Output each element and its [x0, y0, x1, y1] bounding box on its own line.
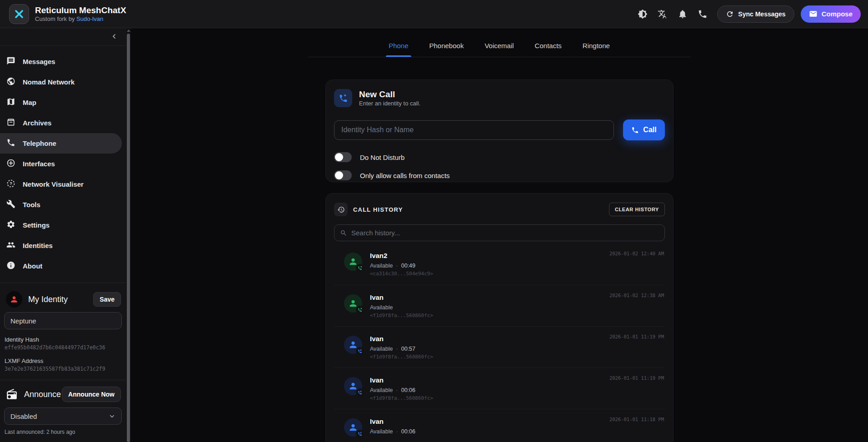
- call-history-row[interactable]: Ivan Available · <f1d9f8fa...560860fc> 2…: [334, 285, 665, 326]
- call-timestamp: 2026-01-02 12:40 AM: [609, 251, 664, 256]
- network-visualiser-icon: ?: [6, 179, 15, 188]
- sidebar-item-identities[interactable]: Identities: [0, 235, 122, 256]
- save-button[interactable]: Save: [93, 292, 121, 307]
- avatar: [344, 253, 362, 271]
- sidebar-scrollbar[interactable]: [126, 28, 131, 442]
- page-title: Reticulum MeshChatX: [35, 5, 126, 16]
- gear-icon: [6, 220, 15, 229]
- call-history-row[interactable]: Ivan Available · 00:06 2026-01-01 11:18 …: [334, 409, 665, 442]
- sidebar-item-archives[interactable]: Archives: [0, 113, 122, 133]
- sidebar-item-tools[interactable]: Tools: [0, 194, 122, 215]
- phone-icon: [631, 126, 639, 134]
- avatar: [344, 336, 362, 354]
- call-history-title: CALL HISTORY: [353, 206, 403, 213]
- sidebar-scrollbar-thumb[interactable]: [127, 34, 130, 442]
- new-call-subtitle: Enter an identity to call.: [359, 100, 420, 107]
- call-history-row[interactable]: Ivan2 Available · 00:49 <ca314c30...504e…: [334, 243, 665, 285]
- last-announced-text: Last announced: 2 hours ago: [4, 429, 122, 435]
- page-subtitle: Custom fork by Sudo-Ivan: [35, 15, 126, 22]
- chat-icon: [6, 56, 15, 65]
- globe-icon: [6, 77, 15, 86]
- call-button[interactable]: Call: [623, 119, 665, 140]
- sidebar-collapse-button[interactable]: [110, 33, 118, 40]
- phone-plus-icon: [339, 94, 348, 103]
- avatar: [344, 294, 362, 313]
- outgoing-call-icon: [356, 264, 364, 272]
- sidebar-item-network-visualiser[interactable]: ? Network Visualiser: [0, 174, 122, 194]
- toggle-only-allow-calls-from-contacts[interactable]: [334, 170, 352, 180]
- tab-contacts[interactable]: Contacts: [535, 42, 562, 57]
- call-duration: 00:57: [401, 346, 415, 352]
- identity-hash-input[interactable]: [334, 120, 614, 140]
- history-search: [334, 224, 665, 241]
- notifications-icon[interactable]: [673, 4, 693, 24]
- call-timestamp: 2026-01-01 11:19 PM: [609, 334, 664, 339]
- phone-header-icon[interactable]: [693, 4, 713, 24]
- incoming-call-icon: [356, 430, 364, 438]
- avatar: [6, 291, 22, 308]
- sudo-ivan-link[interactable]: Sudo-Ivan: [76, 15, 103, 22]
- call-duration: 00:49: [401, 263, 415, 269]
- main-content: Phone Phonebook Voicemail Contacts Ringt…: [131, 28, 868, 442]
- call-history-row[interactable]: Ivan Available · 00:06 <f1d9f8fa...56086…: [334, 368, 665, 409]
- sidebar-item-interfaces[interactable]: Interfaces: [0, 154, 122, 174]
- person-icon: [10, 295, 19, 304]
- call-timestamp: 2026-01-01 11:18 PM: [609, 417, 664, 422]
- search-icon: [340, 229, 347, 237]
- toggle-do-not-disturb[interactable]: [334, 152, 352, 162]
- my-identity-section: My Identity Save Identity Hash effe95b04…: [0, 283, 126, 372]
- people-icon: [6, 240, 15, 249]
- tab-phone[interactable]: Phone: [389, 42, 408, 57]
- my-identity-title: My Identity: [28, 295, 68, 304]
- call-duration: 00:06: [401, 387, 415, 393]
- scroll-up-arrow-icon[interactable]: [127, 30, 130, 32]
- sidebar-item-telephone[interactable]: Telephone: [0, 133, 122, 154]
- call-history-row[interactable]: Ivan Available · 00:57 <f1d9f8fa...56086…: [334, 326, 665, 368]
- outgoing-call-icon: [356, 306, 364, 314]
- radio-icon: [6, 388, 18, 400]
- sidebar-item-messages[interactable]: Messages: [0, 51, 122, 72]
- sidebar-item-about[interactable]: About: [0, 256, 122, 276]
- clear-history-button[interactable]: CLEAR HISTORY: [609, 203, 665, 216]
- refresh-icon: [726, 10, 734, 18]
- call-timestamp: 2026-01-01 11:19 PM: [609, 375, 664, 381]
- chevron-down-icon: [109, 413, 115, 420]
- tab-voicemail[interactable]: Voicemail: [484, 42, 514, 57]
- wrench-icon: [6, 199, 15, 209]
- sidebar-item-nomad-network[interactable]: Nomad Network: [0, 72, 122, 92]
- caller-status: Available: [370, 263, 393, 269]
- announce-interval-select[interactable]: Disabled: [4, 407, 122, 425]
- sidebar-item-settings[interactable]: Settings: [0, 215, 122, 235]
- history-search-input[interactable]: [351, 229, 659, 237]
- incoming-call-icon: [356, 347, 364, 355]
- theme-icon[interactable]: [633, 4, 653, 24]
- caller-hash: <f1d9f8fa...560860fc>: [370, 395, 664, 401]
- envelope-icon: [809, 10, 818, 18]
- translate-icon[interactable]: [653, 4, 673, 24]
- svg-text:?: ?: [10, 181, 12, 186]
- call-duration: 00:06: [401, 428, 415, 435]
- call-timestamp: 2026-01-02 12:38 AM: [609, 293, 664, 298]
- tab-ringtone[interactable]: Ringtone: [583, 42, 610, 57]
- sidebar: Messages Nomad Network Map Archives Tele…: [0, 28, 126, 442]
- history-icon: [334, 203, 348, 216]
- call-history-list: Ivan2 Available · 00:49 <ca314c30...504e…: [334, 243, 665, 442]
- avatar: [344, 377, 362, 395]
- sync-messages-button[interactable]: Sync Messages: [717, 5, 794, 23]
- app-logo: [9, 4, 29, 24]
- identity-name-input[interactable]: [4, 312, 122, 329]
- archive-icon: [6, 118, 15, 127]
- avatar: [344, 418, 362, 437]
- caller-hash: <f1d9f8fa...560860fc>: [370, 313, 664, 318]
- compose-button[interactable]: Compose: [801, 5, 861, 23]
- caller-status: Available: [370, 304, 393, 311]
- tab-phonebook[interactable]: Phonebook: [429, 42, 464, 57]
- sidebar-nav: Messages Nomad Network Map Archives Tele…: [0, 46, 126, 276]
- sidebar-item-map[interactable]: Map: [0, 92, 122, 113]
- caller-hash: <ca314c30...504e94c9>: [370, 271, 664, 277]
- map-icon: [6, 97, 15, 106]
- caller-status: Available: [370, 346, 393, 352]
- announce-title: Announce: [24, 390, 61, 399]
- announce-now-button[interactable]: Announce Now: [62, 387, 121, 402]
- info-icon: [6, 261, 15, 270]
